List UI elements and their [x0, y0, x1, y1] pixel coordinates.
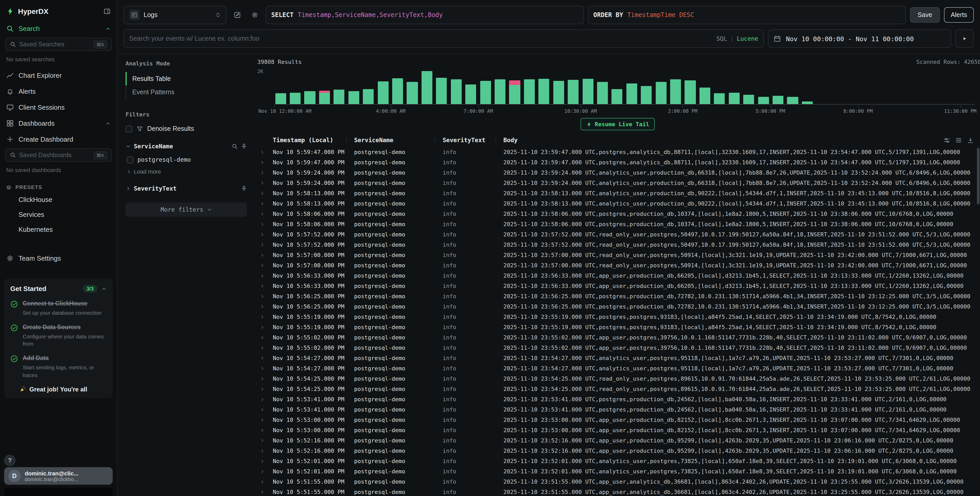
sidebar-item-chart-explorer[interactable]: Chart Explorer	[0, 67, 117, 83]
row-expand-cell[interactable]	[255, 191, 269, 195]
preset-item-services[interactable]: Services	[0, 207, 117, 222]
row-expand-cell[interactable]	[255, 294, 269, 298]
row-expand-cell[interactable]	[255, 150, 269, 154]
row-expand-chevron-icon[interactable]	[260, 345, 264, 350]
log-row[interactable]: Nov 10 5:52:16.000 PMpostgresql-demoinfo…	[255, 445, 980, 456]
select-clause-input[interactable]: SELECTTimestamp,ServiceName,SeverityText…	[266, 6, 584, 24]
table-scrollbar[interactable]	[977, 147, 980, 496]
saved-dashboards-input[interactable]: ⌘K	[5, 148, 112, 162]
log-row[interactable]: Nov 10 5:59:47.000 PMpostgresql-demoinfo…	[255, 147, 980, 157]
log-row[interactable]: Nov 10 5:58:13.000 PMpostgresql-demoinfo…	[255, 198, 980, 209]
row-expand-cell[interactable]	[255, 366, 269, 371]
log-row[interactable]: Nov 10 5:54:25.000 PMpostgresql-demoinfo…	[255, 384, 980, 394]
events-histogram[interactable]: 2K Nov 10 12:00:00 AM4:00:00 AM7:00:00 A…	[257, 67, 977, 115]
histogram-bar[interactable]	[918, 69, 931, 104]
analysis-mode-option-event-patterns[interactable]: Event Patterns	[126, 86, 247, 99]
histogram-bar[interactable]	[786, 69, 800, 104]
log-row[interactable]: Nov 10 5:59:24.000 PMpostgresql-demoinfo…	[255, 167, 980, 178]
log-row[interactable]: Nov 10 5:56:33.000 PMpostgresql-demoinfo…	[255, 270, 980, 281]
row-expand-chevron-icon[interactable]	[260, 222, 264, 226]
log-row[interactable]: Nov 10 5:57:00.000 PMpostgresql-demoinfo…	[255, 250, 980, 260]
histogram-bar[interactable]	[274, 69, 288, 104]
row-expand-cell[interactable]	[255, 242, 269, 247]
log-row[interactable]: Nov 10 5:58:06.000 PMpostgresql-demoinfo…	[255, 219, 980, 229]
log-row[interactable]: Nov 10 5:52:01.000 PMpostgresql-demoinfo…	[255, 466, 980, 477]
histogram-bar[interactable]	[932, 69, 946, 104]
row-expand-chevron-icon[interactable]	[260, 150, 264, 154]
row-expand-chevron-icon[interactable]	[260, 180, 264, 185]
sidebar-item-alerts[interactable]: Alerts	[0, 83, 117, 99]
histogram-bar[interactable]	[961, 69, 975, 104]
row-expand-cell[interactable]	[255, 211, 269, 216]
row-expand-cell[interactable]	[255, 160, 269, 164]
column-header-servicename[interactable]: ServiceName⋮	[350, 133, 439, 147]
row-expand-chevron-icon[interactable]	[260, 253, 264, 257]
load-more[interactable]: Load more	[127, 168, 247, 175]
histogram-bar[interactable]	[888, 69, 902, 104]
saved-dashboards-field[interactable]	[19, 152, 91, 159]
facet-checkbox[interactable]	[127, 156, 133, 163]
analysis-mode-option-results-table[interactable]: Results Table	[126, 72, 247, 86]
log-row[interactable]: Nov 10 5:52:16.000 PMpostgresql-demoinfo…	[255, 435, 980, 445]
source-select[interactable]: Logs	[124, 6, 226, 24]
row-expand-cell[interactable]	[255, 232, 269, 237]
histogram-bar[interactable]	[742, 69, 756, 104]
log-row[interactable]: Nov 10 5:53:41.000 PMpostgresql-demoinfo…	[255, 394, 980, 404]
row-expand-cell[interactable]	[255, 459, 269, 463]
histogram-bar[interactable]	[332, 69, 346, 104]
row-expand-cell[interactable]	[255, 418, 269, 422]
sidebar-item-create-dashboard[interactable]: Create Dashboard	[0, 131, 117, 147]
histogram-bar[interactable]	[669, 69, 682, 104]
histogram-bar[interactable]	[581, 69, 595, 104]
alerts-button[interactable]: Alerts	[944, 7, 974, 23]
row-expand-chevron-icon[interactable]	[260, 335, 264, 340]
histogram-bar[interactable]	[479, 69, 492, 104]
event-search-field[interactable]	[129, 35, 712, 42]
log-row[interactable]: Nov 10 5:54:27.000 PMpostgresql-demoinfo…	[255, 363, 980, 373]
column-resize-handle[interactable]: ⋮	[344, 137, 349, 143]
row-expand-chevron-icon[interactable]	[260, 490, 264, 494]
row-expand-cell[interactable]	[255, 263, 269, 268]
row-expand-cell[interactable]	[255, 397, 269, 402]
denoise-results-option[interactable]: Denoise Results	[126, 125, 247, 132]
denoise-checkbox[interactable]	[126, 125, 132, 132]
save-button[interactable]: Save	[910, 7, 940, 23]
histogram-bar[interactable]	[654, 69, 668, 104]
histogram-bar[interactable]	[391, 69, 404, 104]
more-filters-button[interactable]: More filters	[126, 203, 247, 217]
row-expand-cell[interactable]	[255, 345, 269, 350]
histogram-bar[interactable]	[727, 69, 741, 104]
histogram-bar[interactable]	[713, 69, 726, 104]
histogram-bar[interactable]	[552, 69, 565, 104]
chevron-right-icon[interactable]	[126, 186, 131, 191]
row-expand-chevron-icon[interactable]	[260, 438, 264, 443]
order-by-input[interactable]: ORDER BYTimestampTime DESC	[588, 6, 906, 24]
histogram-bar[interactable]	[303, 69, 317, 104]
histogram-bar[interactable]	[800, 69, 814, 104]
get-started-header[interactable]: Get Started 3/3	[10, 285, 107, 293]
histogram-bar[interactable]	[566, 69, 580, 104]
row-expand-chevron-icon[interactable]	[260, 314, 264, 319]
scrollbar-thumb[interactable]	[977, 148, 980, 204]
row-expand-chevron-icon[interactable]	[260, 160, 264, 164]
histogram-bar[interactable]	[288, 69, 302, 104]
row-expand-cell[interactable]	[255, 469, 269, 474]
chevron-down-icon[interactable]	[126, 144, 131, 149]
histogram-bar[interactable]	[318, 69, 331, 104]
row-expand-cell[interactable]	[255, 428, 269, 432]
column-header-body[interactable]: Body	[499, 133, 980, 147]
log-row[interactable]: Nov 10 5:56:25.000 PMpostgresql-demoinfo…	[255, 301, 980, 312]
histogram-bar[interactable]	[640, 69, 653, 104]
resume-live-tail-button[interactable]: Resume Live Tail	[580, 118, 655, 130]
column-resize-handle[interactable]: ⋮	[432, 137, 438, 143]
row-expand-cell[interactable]	[255, 386, 269, 391]
log-row[interactable]: Nov 10 5:53:00.000 PMpostgresql-demoinfo…	[255, 415, 980, 425]
histogram-bar[interactable]	[698, 69, 711, 104]
log-row[interactable]: Nov 10 5:56:33.000 PMpostgresql-demoinfo…	[255, 281, 980, 291]
row-expand-chevron-icon[interactable]	[260, 191, 264, 195]
row-expand-chevron-icon[interactable]	[260, 242, 264, 247]
language-sql[interactable]: SQL	[716, 35, 727, 42]
row-expand-cell[interactable]	[255, 490, 269, 494]
histogram-bar[interactable]	[508, 69, 522, 104]
row-expand-cell[interactable]	[255, 284, 269, 288]
